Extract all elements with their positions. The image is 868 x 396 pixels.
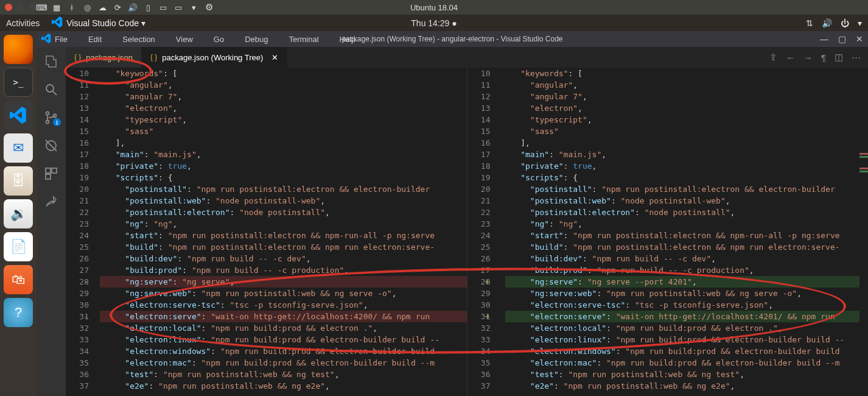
code-line[interactable]: ], — [100, 137, 467, 149]
code-line[interactable]: "electron:serve": "wait-on http-get://lo… — [505, 311, 860, 322]
code-line[interactable]: "build": "npm run postinstall:electron &… — [100, 241, 467, 253]
maximize-icon[interactable]: ▢ — [838, 34, 846, 44]
code-line[interactable]: "electron:serve": "wait-on http-get://lo… — [100, 311, 467, 322]
menu-go[interactable]: Go — [214, 35, 224, 44]
code-line[interactable]: "electron:mac": "npm run build:prod && e… — [100, 357, 467, 369]
code-line[interactable]: "postinstall:electron": "node postinstal… — [505, 207, 860, 218]
menu-view[interactable]: View — [176, 35, 193, 44]
code-line[interactable]: ], — [505, 137, 860, 149]
dock-thunderbird[interactable]: ✉ — [4, 133, 33, 163]
explorer-icon[interactable] — [44, 54, 58, 69]
code-line[interactable]: "postinstall:web": "node postinstall-web… — [100, 195, 467, 207]
dock-help[interactable]: ? — [4, 298, 33, 327]
volume-icon[interactable]: 🔊 — [128, 2, 138, 12]
code-line[interactable]: "electron:mac": "npm run build:prod && e… — [505, 357, 860, 369]
dock-terminal[interactable]: >_ — [4, 68, 33, 97]
chevron-down-icon[interactable]: ▾ — [141, 18, 145, 28]
liveshare-icon[interactable] — [44, 194, 58, 209]
code-line[interactable]: "start": "npm run postinstall:electron &… — [100, 230, 467, 241]
code-line[interactable]: "private": true, — [505, 160, 860, 172]
code-line[interactable]: "angular 7", — [505, 91, 860, 102]
bluetooth-icon[interactable]: ᚼ — [67, 2, 77, 12]
code-line[interactable]: "ng:serve": "ng serve", — [100, 276, 467, 288]
dock-rhythmbox[interactable]: 🔉 — [4, 199, 33, 228]
code-line[interactable]: "angular 7", — [100, 91, 467, 102]
scm-icon[interactable]: 1 — [44, 110, 58, 125]
minimize-window-button[interactable] — [17, 4, 24, 11]
code-line[interactable]: "electron:linux": "npm run build:prod &&… — [100, 334, 467, 345]
chevron-down-icon[interactable]: ▾ — [858, 18, 862, 28]
code-line[interactable]: "electron:serve-tsc": "tsc -p tsconfig-s… — [505, 299, 860, 311]
code-line[interactable]: "electron:windows": "npm run build:prod … — [100, 345, 467, 357]
code-line[interactable]: "postinstall:web": "node postinstall-web… — [505, 195, 860, 207]
code-line[interactable]: "keywords": [ — [100, 68, 467, 79]
whitespace-icon[interactable]: ¶ — [821, 52, 826, 63]
cloud-icon[interactable]: ☁ — [97, 2, 107, 12]
code-line[interactable]: "private": true, — [100, 160, 467, 172]
code-line[interactable]: "sass" — [505, 126, 860, 137]
code-line[interactable]: "build:dev": "npm run build -- -c dev", — [100, 253, 467, 264]
dock-vscode[interactable] — [4, 101, 33, 130]
dock-firefox[interactable] — [4, 35, 33, 64]
display-icon[interactable]: ▯ — [143, 2, 153, 12]
search-icon[interactable] — [44, 82, 58, 97]
next-change-icon[interactable]: → — [803, 52, 813, 63]
code-line[interactable]: "ng": "ng", — [505, 218, 860, 230]
current-app-name[interactable]: Visual Studio Code — [66, 18, 139, 28]
open-changes-icon[interactable]: ⇪ — [769, 52, 777, 63]
code-left[interactable]: "keywords": [ "angular", "angular 7", "e… — [96, 68, 467, 396]
more-actions-icon[interactable]: ⋯ — [852, 52, 861, 63]
keyboard-icon[interactable]: ⌨ — [37, 2, 46, 12]
dock-software[interactable]: 🛍 — [4, 265, 33, 294]
code-line[interactable]: "ng": "ng", — [100, 218, 467, 230]
code-line[interactable]: "electron", — [100, 102, 467, 114]
audio-icon[interactable]: 🔊 — [822, 18, 832, 28]
menu-edit[interactable]: Edit — [88, 35, 102, 44]
tab-package-json-working-tree-[interactable]: { }package.json (Working Tree)✕ — [142, 47, 287, 68]
code-line[interactable]: "scripts": { — [100, 172, 467, 183]
code-line[interactable]: "electron:serve-tsc": "tsc -p tsconfig-s… — [100, 299, 467, 311]
code-line[interactable]: "postinstall": "npm run postinstall:elec… — [100, 183, 467, 195]
panel-status-area[interactable]: ⇅ 🔊 ⏻ ▾ — [806, 18, 862, 28]
activities-button[interactable]: Activities — [6, 18, 40, 28]
extensions-icon[interactable] — [44, 166, 58, 181]
close-tab-icon[interactable]: ✕ — [271, 53, 278, 62]
dropdown-icon[interactable]: ▾ — [189, 2, 198, 12]
code-line[interactable]: "build:prod": "npm run build -- -c produ… — [100, 264, 467, 276]
menu-terminal[interactable]: Terminal — [289, 35, 318, 44]
code-line[interactable]: "angular", — [505, 79, 860, 91]
power-icon[interactable]: ⏻ — [841, 18, 849, 28]
code-line[interactable]: "test": "npm run postinstall:web && ng t… — [100, 369, 467, 380]
code-line[interactable]: "start": "npm run postinstall:electron &… — [505, 230, 860, 241]
code-line[interactable]: "e2e": "npm run postinstall:web && ng e2… — [505, 380, 860, 392]
menu-selection[interactable]: Selection — [122, 35, 155, 44]
code-line[interactable]: "build": "npm run postinstall:electron &… — [505, 241, 860, 253]
code-line[interactable]: "keywords": [ — [505, 68, 860, 79]
code-right[interactable]: "keywords": [ "angular", "angular 7", "e… — [502, 68, 860, 396]
code-line[interactable]: "test": "npm run postinstall:web && ng t… — [505, 369, 860, 380]
refresh-icon[interactable]: ⟳ — [113, 2, 122, 12]
diff-right-pane[interactable]: 1011121314151617181920212223242526272829… — [467, 68, 869, 396]
gear-icon[interactable]: ⚙ — [204, 2, 214, 12]
prev-change-icon[interactable]: ← — [786, 52, 795, 63]
diff-left-pane[interactable]: 1011121314151617181920212223242526272829… — [66, 68, 467, 396]
code-line[interactable]: "electron:local": "npm run build:prod &&… — [505, 322, 860, 334]
code-line[interactable]: "electron", — [505, 102, 860, 114]
menu-debug[interactable]: Debug — [245, 35, 268, 44]
code-line[interactable]: "ng:serve:web": "npm run postinstall:web… — [100, 288, 467, 299]
code-line[interactable]: "ng:serve": "ng serve --port 4201", — [505, 276, 860, 288]
panel-clock[interactable]: Thu 14:29 ● — [411, 18, 457, 28]
grid-icon[interactable]: ▦ — [52, 2, 61, 12]
code-line[interactable]: "sass" — [100, 126, 467, 137]
code-line[interactable]: "electron:linux": "npm run build:prod &&… — [505, 334, 860, 345]
code-line[interactable]: "e2e": "npm run postinstall:web && ng e2… — [100, 380, 467, 392]
debug-icon[interactable] — [44, 138, 58, 153]
code-line[interactable]: "main": "main.js", — [100, 149, 467, 160]
code-line[interactable]: "build:prod": "npm run build -- -c produ… — [505, 264, 860, 276]
close-window-button[interactable] — [5, 4, 12, 11]
battery-icon[interactable]: ▭ — [173, 2, 183, 12]
dock-files[interactable]: 🗄 — [4, 166, 33, 196]
code-line[interactable]: "postinstall": "npm run postinstall:elec… — [505, 183, 860, 195]
code-line[interactable]: "typescript", — [100, 114, 467, 126]
code-line[interactable]: "postinstall:electron": "node postinstal… — [100, 207, 467, 218]
